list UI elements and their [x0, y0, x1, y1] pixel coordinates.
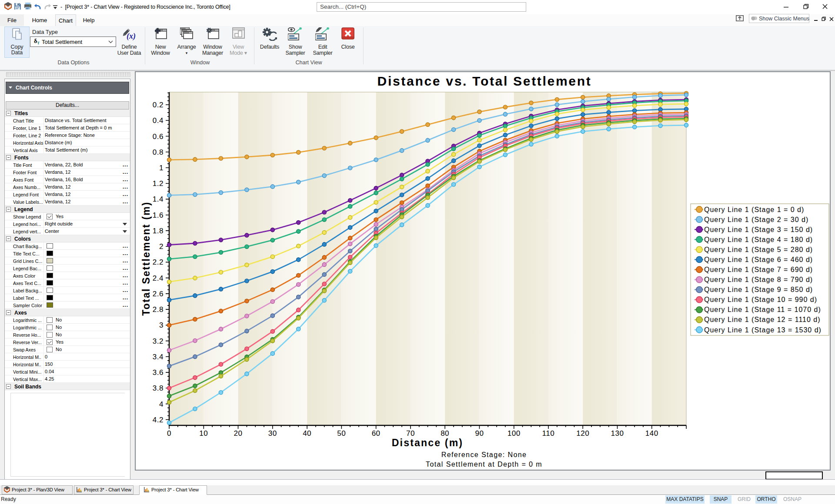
svg-text:0.2: 0.2	[153, 101, 164, 109]
svg-text:3: 3	[159, 321, 164, 329]
svg-text:0.4: 0.4	[153, 116, 164, 125]
svg-text:Query Line 1 (Stage 2 = 30 d): Query Line 1 (Stage 2 = 30 d)	[704, 216, 808, 223]
svg-text:Query Line 1 (Stage 8 = 790 d): Query Line 1 (Stage 8 = 790 d)	[704, 276, 813, 283]
svg-text:Query Line 1 (Stage 3 = 150 d): Query Line 1 (Stage 3 = 150 d)	[704, 226, 813, 233]
svg-text:Distance (m): Distance (m)	[392, 437, 463, 448]
svg-text:1.8: 1.8	[153, 227, 164, 235]
svg-text:3.6: 3.6	[153, 368, 164, 377]
svg-text:3.8: 3.8	[153, 384, 164, 392]
svg-text:Query Line 1 (Stage 5 = 280 d): Query Line 1 (Stage 5 = 280 d)	[704, 246, 813, 253]
svg-text:140: 140	[645, 429, 658, 438]
svg-text:Total Settlement at Depth = 0: Total Settlement at Depth = 0 m	[426, 461, 542, 468]
svg-text:1.6: 1.6	[153, 211, 164, 219]
svg-text:70: 70	[406, 429, 415, 438]
svg-text:20: 20	[234, 429, 243, 438]
svg-text:100: 100	[508, 429, 521, 438]
svg-text:2.6: 2.6	[153, 290, 164, 298]
svg-text:Query Line 1 (Stage 7 = 690 d): Query Line 1 (Stage 7 = 690 d)	[704, 266, 813, 273]
svg-text:Query Line 1 (Stage 4 = 180 d): Query Line 1 (Stage 4 = 180 d)	[704, 236, 813, 243]
svg-text:2.4: 2.4	[153, 274, 164, 282]
svg-text:3.2: 3.2	[153, 337, 164, 345]
svg-text:3.4: 3.4	[153, 353, 164, 361]
svg-text:30: 30	[268, 429, 277, 438]
svg-text:80: 80	[441, 429, 449, 438]
svg-text:Query Line 1 (Stage 10 = 990 d: Query Line 1 (Stage 10 = 990 d)	[704, 296, 817, 303]
svg-text:4: 4	[159, 400, 164, 408]
svg-text:2.2: 2.2	[153, 258, 164, 266]
svg-text:Query Line 1 (Stage 6 = 460 d): Query Line 1 (Stage 6 = 460 d)	[704, 256, 813, 263]
svg-text:Query Line 1 (Stage 9 = 850 d): Query Line 1 (Stage 9 = 850 d)	[704, 286, 813, 293]
svg-text:1.4: 1.4	[153, 195, 164, 203]
svg-text:2.8: 2.8	[153, 305, 164, 314]
svg-text:40: 40	[303, 429, 311, 438]
svg-text:Query Line 1 (Stage 13 = 1530: Query Line 1 (Stage 13 = 1530 d)	[704, 326, 822, 334]
svg-text:1: 1	[159, 164, 164, 172]
svg-text:Query Line 1 (Stage 11 = 1070: Query Line 1 (Stage 11 = 1070 d)	[704, 306, 821, 313]
svg-text:130: 130	[611, 429, 624, 438]
svg-text:Reference Stage: None: Reference Stage: None	[441, 451, 527, 458]
svg-text:50: 50	[337, 429, 346, 438]
svg-text:Total Settlement (m): Total Settlement (m)	[140, 201, 152, 315]
svg-text:1.2: 1.2	[153, 179, 164, 188]
svg-text:Query Line 1 (Stage 12 = 1110: Query Line 1 (Stage 12 = 1110 d)	[704, 316, 821, 323]
svg-text:90: 90	[475, 429, 484, 438]
svg-text:120: 120	[576, 429, 589, 438]
svg-text:0.6: 0.6	[153, 133, 164, 141]
svg-text:Query Line 1 (Stage 1 = 0 d): Query Line 1 (Stage 1 = 0 d)	[704, 206, 804, 213]
svg-text:Distance vs. Total Settlement: Distance vs. Total Settlement	[377, 74, 592, 88]
svg-text:0.8: 0.8	[153, 148, 164, 156]
svg-text:2: 2	[159, 242, 164, 251]
svg-text:10: 10	[199, 429, 208, 438]
svg-text:4.2: 4.2	[153, 416, 164, 424]
svg-text:0: 0	[167, 429, 171, 438]
svg-text:60: 60	[372, 429, 381, 438]
svg-text:110: 110	[542, 429, 555, 438]
svg-text:(x): (x)	[127, 32, 136, 41]
